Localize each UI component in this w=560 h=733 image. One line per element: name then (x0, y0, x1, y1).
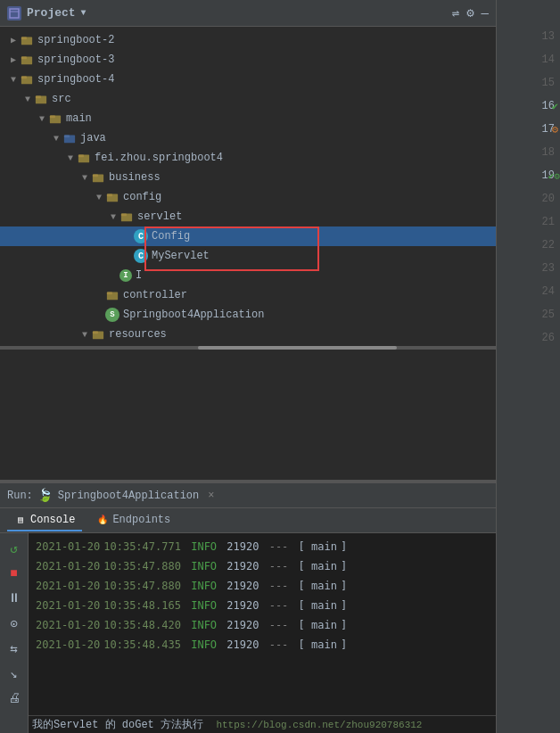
line-num-25: 25 (497, 305, 560, 325)
gutter-icon-16: ✔ (552, 100, 558, 113)
log-time-2: 10:35:47.880 (103, 560, 181, 572)
svg-rect-17 (93, 175, 98, 177)
tree-item-business[interactable]: ▼ business (0, 168, 496, 187)
rerun-btn[interactable]: ↺ (4, 539, 24, 558)
log-bracket-1: [ (292, 540, 304, 553)
scroll-end-btn[interactable]: ↘ (4, 663, 24, 683)
label-myservlet: MyServlet (152, 250, 210, 262)
log-thread-2: main (305, 560, 337, 572)
tree-item-app[interactable]: S Springboot4Application (0, 305, 496, 325)
spring-icon-app: S (105, 308, 119, 322)
tree-item-resources[interactable]: ▼ resources (0, 325, 496, 344)
project-dropdown-arrow[interactable]: ▼ (81, 8, 86, 18)
tree-item-springboot4[interactable]: ▼ springboot-4 (0, 70, 496, 89)
log-date-6: 2021-01-20 (36, 638, 100, 651)
line-num-20: 20 (497, 189, 560, 209)
print-btn[interactable]: 🖨 (4, 688, 24, 708)
tree-item-springboot3[interactable]: ▶ springboot-3 (0, 50, 496, 70)
folder-icon-src (34, 92, 48, 106)
line-num-13: 13 (497, 27, 560, 46)
folder-icon-springboot3 (20, 53, 34, 67)
svg-rect-0 (10, 9, 19, 18)
wrap-btn[interactable]: ⇆ (4, 638, 24, 658)
url-bar: 我的Servlet 的 doGet 方法执行 https://blog.csdn… (29, 715, 496, 733)
tree-item-java[interactable]: ▼ java (0, 128, 496, 148)
console-area[interactable]: 2021-01-20 10:35:47.771 INFO 21920 --- [… (29, 533, 496, 715)
log-bracket2-3: ] (341, 580, 347, 592)
svg-rect-25 (93, 332, 98, 334)
line-num-15: 15 (497, 73, 560, 93)
url-text[interactable]: https://blog.csdn.net/zhou920786312 (216, 720, 422, 730)
settings-icon[interactable]: ⚙ (466, 5, 474, 21)
line-num-26: 26 (497, 328, 560, 348)
label-controller: controller (123, 289, 187, 301)
line-num-14: 14 (497, 50, 560, 70)
tree-scrollbar[interactable] (0, 346, 496, 350)
log-pid-6: 21920 (220, 638, 259, 651)
log-sep-2: --- (262, 560, 288, 572)
folder-icon-config-folder (105, 190, 119, 204)
label-springboot3: springboot-3 (37, 54, 114, 66)
run-app-icon: 🍃 (38, 489, 53, 503)
run-close-btn[interactable]: × (208, 490, 214, 502)
minimize-icon[interactable]: — (482, 6, 489, 21)
align-icon[interactable]: ⇌ (452, 5, 459, 21)
tree-item-config[interactable]: C Config (0, 226, 496, 246)
tree-item-servlet-folder[interactable]: ▼ servlet (0, 207, 496, 226)
log-bracket-6: [ (292, 638, 304, 651)
tree-item-package[interactable]: ▼ fei.zhou.springboot4 (0, 148, 496, 168)
folder-icon-controller (105, 288, 119, 302)
run-content: ↺ ■ ⏸ ⊙ ⇆ ↘ 🖨 2021-01-20 10:35:47.771 IN… (0, 533, 496, 733)
svg-rect-15 (78, 155, 84, 158)
tab-endpoints[interactable]: 🔥 Endpoints (89, 510, 177, 531)
arrow-app (93, 309, 105, 321)
label-springboot2: springboot-2 (37, 34, 114, 46)
label-main: main (66, 112, 92, 125)
gutter-icon-17: ⚙ (552, 123, 558, 136)
folder-icon-springboot2 (20, 33, 34, 47)
log-bracket2-6: ] (341, 638, 347, 651)
log-level-4: INFO (185, 599, 217, 612)
log-thread-1: main (305, 540, 337, 553)
endpoints-tab-label: Endpoints (112, 514, 170, 526)
line-num-16: 16 ✔ (497, 96, 560, 116)
arrow-servlet-folder: ▼ (107, 210, 119, 223)
tree-item-springboot2[interactable]: ▶ springboot-2 (0, 30, 496, 50)
label-servlet-folder: servlet (137, 210, 182, 223)
tree-item-myservlet[interactable]: C MyServlet (0, 246, 496, 266)
class-icon-unknown: I (119, 269, 132, 282)
log-level-5: INFO (185, 619, 217, 631)
log-pid-5: 21920 (220, 619, 259, 631)
line-num-21: 21 (497, 212, 560, 232)
log-bracket-4: [ (292, 599, 304, 612)
arrow-springboot2: ▶ (7, 34, 20, 46)
line-num-17: 17 ⚙ (497, 119, 560, 139)
log-sep-5: --- (262, 619, 288, 631)
arrow-java: ▼ (50, 132, 62, 144)
pause-btn[interactable]: ⏸ (4, 589, 24, 608)
arrow-src: ▼ (21, 93, 34, 105)
folder-icon-servlet-folder (119, 210, 134, 224)
tree-item-controller[interactable]: controller (0, 285, 496, 305)
tree-item-config-folder[interactable]: ▼ config (0, 187, 496, 207)
svg-rect-21 (121, 214, 127, 217)
camera-btn[interactable]: ⊙ (4, 614, 24, 633)
tab-console[interactable]: ▤ Console (7, 510, 82, 531)
label-app: Springboot4Application (123, 309, 264, 321)
label-config-folder: config (123, 191, 161, 203)
stop-btn[interactable]: ■ (4, 564, 24, 583)
tree-item-src[interactable]: ▼ src (0, 89, 496, 109)
log-line-3: 2021-01-20 10:35:47.880 INFO 21920 --- [… (36, 576, 489, 596)
log-level-2: INFO (185, 560, 217, 572)
endpoints-tab-icon: 🔥 (96, 514, 109, 526)
console-tab-icon: ▤ (14, 514, 27, 526)
log-line-1: 2021-01-20 10:35:47.771 INFO 21920 --- [… (36, 537, 489, 556)
tree-item-main[interactable]: ▼ main (0, 109, 496, 128)
log-date-1: 2021-01-20 (36, 540, 100, 553)
log-line-5: 2021-01-20 10:35:48.420 INFO 21920 --- [… (36, 615, 489, 635)
tree-item-unknown[interactable]: I I (0, 266, 496, 285)
arrow-business: ▼ (78, 171, 91, 184)
log-pid-4: 21920 (220, 599, 259, 612)
line-num-19: 19 ✔⚙ (497, 166, 560, 185)
class-icon-config: C (134, 229, 148, 243)
